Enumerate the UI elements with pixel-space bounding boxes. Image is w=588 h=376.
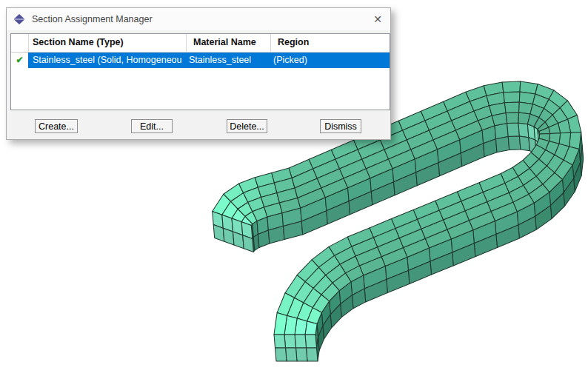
delete-button[interactable]: Delete... bbox=[227, 119, 267, 133]
column-header-check bbox=[11, 34, 28, 52]
section-assignment-icon bbox=[13, 13, 25, 25]
column-header-section-name: Section Name (Type) bbox=[28, 34, 186, 52]
create-button[interactable]: Create... bbox=[35, 119, 78, 133]
section-assignment-manager-dialog: Section Assignment Manager ✕ Section Nam… bbox=[6, 7, 391, 140]
cell-region: (Picked) bbox=[267, 53, 390, 68]
checkmark-icon: ✔ bbox=[11, 53, 28, 68]
table-row[interactable]: ✔ Stainless_steel (Solid, Homogeneou Sta… bbox=[11, 53, 390, 68]
dismiss-button[interactable]: Dismiss bbox=[320, 119, 361, 133]
section-assignment-table[interactable]: Section Name (Type) Material Name Region… bbox=[10, 33, 390, 110]
selected-row-highlight[interactable]: Stainless_steel (Solid, Homogeneou Stain… bbox=[28, 53, 390, 68]
dialog-titlebar[interactable]: Section Assignment Manager ✕ bbox=[7, 8, 390, 30]
cell-material-name: Stainless_steel bbox=[182, 53, 267, 68]
column-header-material-name: Material Name bbox=[186, 34, 270, 52]
dialog-title: Section Assignment Manager bbox=[32, 14, 365, 24]
edit-button[interactable]: Edit... bbox=[131, 119, 173, 133]
cell-section-name: Stainless_steel (Solid, Homogeneou bbox=[28, 53, 182, 68]
column-header-region: Region bbox=[270, 34, 390, 52]
table-header-row: Section Name (Type) Material Name Region bbox=[11, 34, 390, 53]
close-icon[interactable]: ✕ bbox=[365, 8, 390, 30]
